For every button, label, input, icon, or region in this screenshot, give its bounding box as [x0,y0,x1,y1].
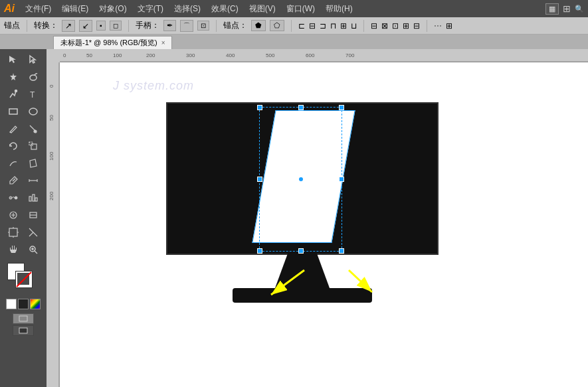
align-bottom[interactable]: ⊔ [351,21,357,31]
white-fill-icon[interactable] [6,299,17,309]
tab-title: 未标题-1* @ 98% (RGB/预览) [60,38,157,48]
pencil-tool[interactable] [4,121,23,137]
menu-select[interactable]: 选择(S) [170,2,205,16]
align-top[interactable]: ⊓ [330,21,336,31]
distribute-btn3[interactable]: ⊡ [392,21,399,31]
rotate-scale-row [4,138,43,154]
transform-btn1[interactable]: ↗ [62,20,75,32]
scale-tool[interactable] [24,138,43,154]
transform-btn3[interactable]: ▪ [96,21,106,31]
menu-edit[interactable]: 编辑(E) [58,2,92,16]
menu-effect[interactable]: 效果(C) [207,2,243,16]
transform-label: 转换： [34,20,58,31]
lasso-tool[interactable] [24,69,43,85]
handle-mr[interactable] [339,177,344,182]
magic-lasso-row [4,69,43,85]
ruler-h-ticks: 0 50 100 200 300 400 500 600 700 [60,49,588,62]
svg-text:700: 700 [345,52,355,58]
handle-bm[interactable] [298,248,304,254]
handle-br[interactable] [339,248,344,254]
document-tab[interactable]: 未标题-1* @ 98% (RGB/预览) × [53,36,172,49]
transform-btn2[interactable]: ↙ [79,20,92,32]
symbol-tool[interactable] [4,207,23,223]
yellow-arrow-right [336,267,389,302]
svg-text:50: 50 [49,115,54,121]
svg-rect-31 [19,328,27,333]
full-screen-btn[interactable] [13,325,34,336]
svg-rect-6 [31,144,37,149]
menu-object[interactable]: 对象(O) [95,2,130,16]
type-tool[interactable]: T [24,86,43,102]
handle-tm[interactable] [298,105,304,110]
hand-zoom-row [4,242,43,258]
handle-btn1[interactable]: ✒ [163,20,176,31]
distribute-btn5[interactable]: ⊟ [413,21,420,31]
distribute-btn4[interactable]: ⊞ [403,21,409,31]
graph-tool[interactable] [24,190,43,206]
distribute-btn2[interactable]: ⊠ [381,21,388,31]
slice-tool[interactable] [24,224,43,240]
black-fill-icon[interactable] [18,299,29,309]
anchor-btn2[interactable]: ⬠ [270,20,284,31]
selection-tools-row [4,52,43,68]
svg-point-1 [15,90,17,92]
handle-btn2[interactable]: ⌒ [180,20,193,32]
transform-btn4[interactable]: ◻ [110,21,122,31]
svg-text:0: 0 [49,84,54,88]
arrange-icon[interactable]: ⊞ [563,3,571,14]
column-graph-tool[interactable] [24,207,43,223]
free-distort-tool[interactable] [24,155,43,171]
pen-tool[interactable] [4,86,23,102]
handle-btn3[interactable]: ⊡ [197,21,209,31]
menu-view[interactable]: 视图(V) [245,2,280,16]
search-icon[interactable]: 🔍 [575,5,584,13]
measure-tool[interactable] [24,173,43,189]
grid-btn[interactable]: ⊞ [446,21,452,31]
menu-window[interactable]: 窗口(W) [282,2,319,16]
rotate-tool[interactable] [4,138,23,154]
ruler-corner [47,49,60,62]
svg-text:100: 100 [49,151,54,161]
svg-point-5 [34,130,37,133]
menu-help[interactable]: 帮助(H) [322,2,357,16]
svg-line-48 [271,270,304,295]
anchorpt-label: 锚点： [223,20,247,31]
blend-tool[interactable] [4,190,23,206]
anchor-btn1[interactable]: ⬟ [251,20,266,31]
svg-rect-3 [9,109,17,114]
align-center-h[interactable]: ⊟ [309,21,316,31]
svg-rect-15 [33,194,35,201]
align-left[interactable]: ⊏ [298,21,305,31]
color-icon[interactable] [30,299,41,309]
rectangle-tool[interactable] [4,104,23,119]
handle-ml[interactable] [257,177,262,182]
rect-ellipse-row [4,104,43,119]
eyedropper-tool[interactable] [4,173,23,189]
screen-mode-btn[interactable] [13,313,34,324]
app-logo: Ai [4,3,15,15]
tab-close-button[interactable]: × [161,39,165,46]
selection-tool[interactable] [4,52,23,68]
align-center-v[interactable]: ⊞ [340,21,347,31]
handle-tr[interactable] [339,105,344,110]
handle-bl[interactable] [257,248,262,254]
magic-wand-tool[interactable] [4,69,23,85]
hand-tool[interactable] [4,242,23,258]
svg-text:600: 600 [306,52,315,58]
brush-tool[interactable] [24,121,43,137]
menu-text[interactable]: 文字(T) [134,2,167,16]
pen-type-row: T [4,86,43,102]
handle-tl[interactable] [257,105,262,110]
canvas-white: J system.com [60,62,588,387]
direct-selection-tool[interactable] [24,52,43,68]
more-options[interactable]: ⋯ [434,21,442,31]
distribute-btn1[interactable]: ⊟ [371,21,377,31]
workspace-icon[interactable]: ▦ [545,3,559,15]
ellipse-tool[interactable] [24,104,43,119]
menu-bar[interactable]: 文件(F) 编辑(E) 对象(O) 文字(T) 选择(S) 效果(C) 视图(V… [21,2,357,16]
zoom-tool[interactable] [24,242,43,258]
menu-file[interactable]: 文件(F) [21,2,55,16]
artboard-tool[interactable] [4,224,23,240]
warp-tool[interactable] [4,155,23,171]
align-right[interactable]: ⊐ [320,21,326,31]
